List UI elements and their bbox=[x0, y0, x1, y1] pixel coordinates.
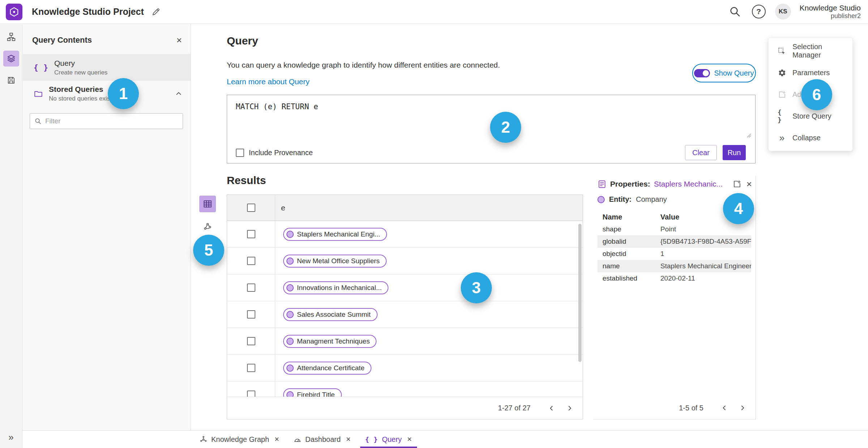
row-checkbox[interactable] bbox=[247, 310, 255, 319]
next-page-icon[interactable] bbox=[735, 401, 750, 415]
filter-field bbox=[30, 113, 183, 129]
results-pagination: 1-27 of 27 bbox=[227, 397, 583, 419]
entity-dot-icon bbox=[286, 231, 294, 238]
link-chart-view-icon[interactable] bbox=[199, 218, 216, 235]
results-table-body: Staplers Mechanical Engi... New Metal Of… bbox=[227, 221, 583, 397]
annotation-badge-6: 6 bbox=[801, 79, 832, 110]
menu-item-selection-manager[interactable]: Selection Manager bbox=[769, 40, 852, 62]
show-query-toggle[interactable]: Show Query bbox=[692, 64, 756, 82]
help-icon[interactable]: ? bbox=[751, 4, 766, 19]
row-checkbox[interactable] bbox=[247, 230, 255, 238]
layers-icon[interactable] bbox=[3, 51, 19, 67]
table-row[interactable]: Innovations in Mechanical... bbox=[227, 274, 583, 301]
user-info: Knowledge Studio publisher2 bbox=[800, 4, 861, 20]
close-properties-icon[interactable]: × bbox=[746, 179, 752, 189]
table-row[interactable]: Staplers Mechanical Engi... bbox=[227, 221, 583, 248]
entity-type: Company bbox=[636, 195, 667, 204]
filter-input[interactable] bbox=[45, 117, 178, 125]
entity-link[interactable]: Staplers Mechanic... bbox=[654, 180, 723, 188]
query-editor-footer: Include Provenance Clear Run bbox=[227, 142, 755, 163]
query-contents-panel: Query Contents × { } Query Create new qu… bbox=[23, 24, 191, 430]
select-all-checkbox[interactable] bbox=[247, 204, 255, 212]
add-to-new-icon[interactable] bbox=[733, 180, 741, 188]
tab-query[interactable]: { } Query × bbox=[358, 431, 419, 448]
search-icon[interactable] bbox=[727, 4, 743, 19]
learn-more-link[interactable]: Learn more about Query bbox=[227, 77, 310, 86]
row-checkbox[interactable] bbox=[247, 257, 255, 265]
item-sublabel: No stored queries exist bbox=[49, 95, 112, 102]
entity-dot-icon bbox=[286, 338, 294, 345]
chevron-up-icon[interactable] bbox=[175, 90, 183, 98]
hierarchy-icon[interactable] bbox=[3, 29, 19, 45]
results-title: Results bbox=[227, 174, 266, 187]
run-button[interactable]: Run bbox=[723, 145, 746, 160]
next-page-icon[interactable] bbox=[562, 401, 577, 415]
entity-dot-icon bbox=[286, 284, 294, 291]
entity-pill[interactable]: Innovations in Mechanical... bbox=[283, 281, 388, 294]
property-row: globalid{5D9B4713-F98D-4A53-A59F-C11... bbox=[597, 235, 751, 248]
table-row[interactable]: Attendance Certificate bbox=[227, 355, 583, 381]
close-tab-icon[interactable]: × bbox=[407, 435, 412, 443]
close-panel-icon[interactable]: × bbox=[176, 35, 182, 45]
dashboard-icon bbox=[294, 436, 301, 443]
table-row[interactable]: Sales Associate Summit bbox=[227, 301, 583, 328]
close-tab-icon[interactable]: × bbox=[275, 435, 279, 443]
row-checkbox[interactable] bbox=[247, 337, 255, 345]
entity-dot-icon bbox=[286, 257, 294, 265]
query-description: You can query a knowledge graph to ident… bbox=[227, 61, 500, 69]
tab-dashboard[interactable]: Dashboard × bbox=[286, 431, 358, 448]
row-checkbox[interactable] bbox=[247, 283, 255, 292]
app-root: Knowledge Studio Project ? KS Knowledge … bbox=[0, 0, 868, 448]
annotation-badge-3: 3 bbox=[461, 272, 492, 303]
gear-icon bbox=[778, 69, 786, 77]
results-scrollbar[interactable] bbox=[578, 224, 582, 362]
page-title: Knowledge Studio Project bbox=[32, 7, 144, 17]
properties-icon bbox=[597, 180, 607, 189]
prev-page-icon[interactable] bbox=[717, 401, 732, 415]
close-tab-icon[interactable]: × bbox=[346, 435, 351, 443]
query-code-input[interactable]: MATCH (e) RETURN e bbox=[236, 102, 318, 111]
resize-handle[interactable] bbox=[746, 133, 752, 138]
include-provenance-checkbox[interactable] bbox=[236, 149, 244, 157]
save-icon[interactable] bbox=[3, 72, 19, 88]
panel-title: Query Contents bbox=[32, 35, 92, 45]
menu-item-collapse[interactable]: » Collapse bbox=[769, 127, 852, 149]
tab-knowledge-graph[interactable]: Knowledge Graph × bbox=[192, 431, 286, 448]
edit-title-icon[interactable] bbox=[151, 7, 161, 17]
entity-pill[interactable]: New Metal Office Suppliers bbox=[283, 255, 387, 268]
expand-rail-icon[interactable]: » bbox=[8, 432, 13, 443]
entity-dot-icon bbox=[597, 196, 605, 203]
bottom-tab-bar: Knowledge Graph × Dashboard × { } Query … bbox=[22, 430, 868, 448]
toggle-switch bbox=[694, 69, 710, 77]
properties-label: Properties: bbox=[610, 180, 650, 188]
table-row[interactable]: Managment Techniques bbox=[227, 328, 583, 355]
column-header-e: e bbox=[275, 195, 583, 221]
annotation-badge-4: 4 bbox=[723, 193, 754, 224]
user-role: publisher2 bbox=[800, 12, 861, 20]
app-logo-icon[interactable] bbox=[6, 4, 22, 20]
entity-pill[interactable]: Attendance Certificate bbox=[283, 362, 371, 375]
prev-page-icon[interactable] bbox=[544, 401, 559, 415]
item-label: Query bbox=[54, 59, 107, 68]
annotation-badge-5: 5 bbox=[193, 235, 224, 266]
braces-icon: { } bbox=[778, 108, 786, 124]
sidebar-item-query[interactable]: { } Query Create new queries bbox=[23, 54, 191, 80]
selection-manager-icon bbox=[778, 47, 786, 55]
avatar[interactable]: KS bbox=[775, 4, 791, 20]
row-checkbox[interactable] bbox=[247, 364, 255, 372]
entity-pill[interactable]: Staplers Mechanical Engi... bbox=[283, 228, 387, 241]
entity-pill[interactable]: Sales Associate Summit bbox=[283, 308, 378, 321]
properties-table: Name Value shapePoint globalid{5D9B4713-… bbox=[597, 211, 751, 285]
add-to-new-icon bbox=[778, 90, 786, 99]
knowledge-graph-icon bbox=[200, 436, 207, 443]
entity-pill[interactable]: Firebird Title bbox=[283, 388, 342, 397]
table-row[interactable]: Firebird Title bbox=[227, 381, 583, 397]
item-sublabel: Create new queries bbox=[54, 69, 107, 76]
entity-pill[interactable]: Managment Techniques bbox=[283, 335, 376, 348]
table-view-icon[interactable] bbox=[199, 196, 216, 212]
table-row[interactable]: New Metal Office Suppliers bbox=[227, 248, 583, 274]
sidebar-item-stored-queries[interactable]: Stored Queries No stored queries exist bbox=[23, 80, 191, 106]
clear-button[interactable]: Clear bbox=[685, 145, 717, 160]
entity-dot-icon bbox=[286, 364, 294, 372]
row-checkbox[interactable] bbox=[247, 391, 255, 397]
